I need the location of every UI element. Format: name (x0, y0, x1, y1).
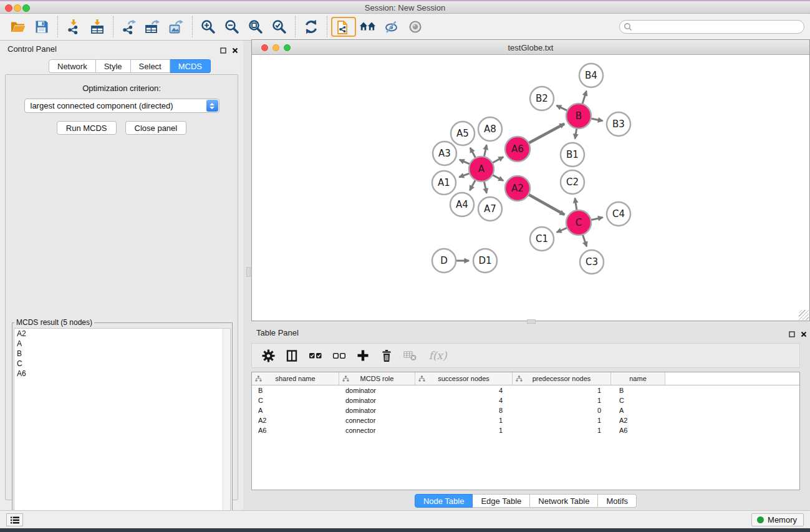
graph-edge-A-A5[interactable] (470, 148, 476, 158)
save-session-icon[interactable] (30, 17, 54, 37)
graph-node-B1[interactable]: B1 (561, 143, 584, 167)
table-cell[interactable]: A2 (252, 417, 339, 424)
float-panel-icon[interactable] (220, 45, 226, 56)
table-cell[interactable]: 1 (513, 387, 611, 394)
graph-node-A2[interactable]: A2 (505, 176, 530, 201)
graph-node-B3[interactable]: B3 (607, 112, 630, 136)
network-window-titlebar[interactable]: testGlobe.txt (252, 40, 809, 55)
export-network-icon[interactable] (117, 17, 141, 37)
close-panel-icon[interactable] (232, 45, 238, 56)
result-list-item[interactable]: B (14, 349, 230, 359)
graph-node-A4[interactable]: A4 (450, 193, 474, 216)
table-cell[interactable]: dominator (339, 387, 415, 394)
houses-icon[interactable] (356, 17, 380, 37)
graph-node-D1[interactable]: D1 (473, 249, 497, 273)
table-row[interactable]: Adominator80A (252, 405, 799, 415)
tab-motifs[interactable]: Motifs (598, 494, 637, 508)
table-row[interactable]: Cdominator41C (252, 395, 799, 405)
task-history-button[interactable] (6, 513, 23, 526)
table-cell[interactable]: C (611, 397, 665, 404)
zoom-out-icon[interactable] (220, 17, 244, 37)
eye-slash-icon[interactable] (380, 17, 403, 37)
graph-node-C1[interactable]: C1 (530, 227, 554, 251)
column-header-shared-name[interactable]: shared name (252, 372, 339, 385)
float-table-panel-icon[interactable] (789, 329, 795, 340)
criterion-select[interactable]: largest connected component (directed) (24, 99, 219, 113)
graph-node-B[interactable]: B (566, 104, 591, 128)
graph-node-D[interactable]: D (432, 249, 456, 273)
horizontal-divider-handle[interactable] (527, 319, 536, 324)
graph-edge-C-C3[interactable] (582, 235, 587, 246)
refresh-layout-icon[interactable] (299, 17, 323, 37)
import-table-icon[interactable] (85, 17, 109, 37)
select-all-icon[interactable] (308, 348, 323, 363)
add-icon[interactable] (355, 348, 370, 363)
columns-icon[interactable] (284, 348, 299, 363)
result-scrollbar[interactable] (223, 329, 230, 526)
main-titlebar[interactable]: Session: New Session (0, 1, 810, 14)
run-mcds-button[interactable]: Run MCDS (57, 121, 117, 135)
graph-node-B2[interactable]: B2 (530, 87, 554, 110)
graph-edge-B-B2[interactable] (557, 105, 567, 110)
graph-edge-A6-B[interactable] (529, 123, 565, 143)
node-table[interactable]: shared nameMCDS rolesuccessor nodesprede… (251, 372, 800, 490)
tab-edge-table[interactable]: Edge Table (473, 494, 530, 508)
tab-style[interactable]: Style (96, 59, 131, 73)
graph-node-B4[interactable]: B4 (579, 64, 603, 87)
graph-edge-C-C1[interactable] (557, 228, 567, 232)
graph-edge-B-B3[interactable] (591, 118, 603, 121)
table-cell[interactable]: A6 (252, 427, 339, 434)
table-cell[interactable]: A6 (611, 427, 665, 434)
graph-node-C3[interactable]: C3 (580, 250, 604, 274)
table-cell[interactable]: B (611, 387, 665, 394)
network-graph[interactable]: B4B2BB3A8A5A6A3B1AA1C2A2A4A7C4CC1DD1C3 (252, 55, 809, 321)
close-panel-button[interactable]: Close panel (125, 121, 187, 135)
search-input[interactable] (619, 20, 804, 34)
graph-edge-A-A7[interactable] (484, 181, 486, 193)
gear-icon[interactable] (261, 348, 276, 363)
result-list-item[interactable]: A2 (14, 329, 230, 339)
table-cell[interactable]: A (611, 407, 665, 414)
column-header-predecessor-nodes[interactable]: predecessor nodes (513, 372, 611, 385)
result-list-item[interactable]: A (14, 339, 230, 349)
graph-edge-A-A8[interactable] (484, 145, 486, 157)
table-cell[interactable]: 4 (415, 397, 513, 404)
zoom-in-icon[interactable] (196, 17, 220, 37)
network-view-window[interactable]: testGlobe.txt B4B2BB3A8A5A6A3B1AA1C2A2A4… (251, 39, 810, 321)
table-cell[interactable]: A2 (611, 417, 665, 424)
table-cell[interactable]: 8 (415, 407, 513, 414)
table-cell[interactable]: 4 (415, 387, 513, 394)
eye-icon[interactable] (403, 17, 427, 37)
table-row[interactable]: A2connector11A2 (252, 415, 799, 425)
mcds-result-list[interactable]: A2ABCA6 (14, 328, 231, 526)
zoom-selected-icon[interactable] (268, 17, 291, 37)
graph-node-C[interactable]: C (566, 210, 591, 235)
graph-node-A7[interactable]: A7 (478, 197, 502, 221)
graph-node-A3[interactable]: A3 (433, 142, 456, 165)
table-cell[interactable]: dominator (339, 407, 415, 414)
column-header-MCDS-role[interactable]: MCDS role (339, 372, 415, 385)
export-table-icon[interactable] (141, 17, 165, 37)
table-row[interactable]: A6connector11A6 (252, 425, 799, 435)
graph-edge-C-C2[interactable] (575, 198, 577, 211)
table-row[interactable]: Bdominator41B (252, 385, 799, 395)
close-table-panel-icon[interactable] (801, 329, 807, 340)
network-canvas[interactable]: B4B2BB3A8A5A6A3B1AA1C2A2A4A7C4CC1DD1C3 (252, 55, 809, 321)
tab-network-table[interactable]: Network Table (530, 494, 598, 508)
result-list-item[interactable]: A6 (14, 369, 230, 379)
open-session-folder-icon[interactable] (6, 17, 30, 37)
graph-node-A8[interactable]: A8 (478, 117, 502, 141)
graph-edge-A-A4[interactable] (470, 180, 475, 191)
tab-mcds[interactable]: MCDS (170, 59, 211, 73)
graph-node-A5[interactable]: A5 (451, 122, 475, 145)
table-cell[interactable]: 0 (513, 407, 611, 414)
table-cell[interactable]: 1 (513, 417, 611, 424)
graph-edge-A-A6[interactable] (493, 157, 504, 163)
export-image-icon[interactable] (165, 17, 188, 37)
zoom-fit-icon[interactable] (244, 17, 268, 37)
tab-network[interactable]: Network (49, 59, 96, 73)
resize-grip-icon[interactable] (799, 310, 809, 320)
import-network-icon[interactable] (62, 17, 85, 37)
graph-edge-A-A1[interactable] (459, 173, 470, 177)
network-document-icon[interactable] (331, 17, 356, 37)
